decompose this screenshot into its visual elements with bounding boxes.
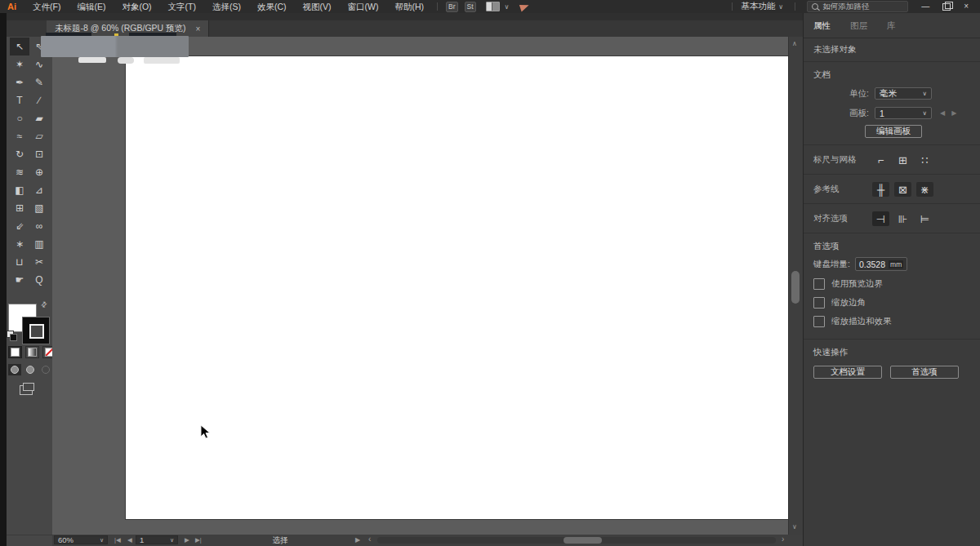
- menu-item[interactable]: 选择(S): [204, 0, 249, 13]
- snap-to-grid-icon[interactable]: ⊪: [894, 211, 911, 226]
- last-artboard-icon[interactable]: ▶|: [195, 536, 202, 544]
- curvature-tool[interactable]: ✎: [29, 73, 49, 91]
- rulers-grids-icons: ⌐⊞∷: [872, 153, 933, 167]
- shape-builder-tool[interactable]: ◧: [10, 181, 29, 199]
- lasso-tool[interactable]: ∿: [29, 55, 49, 73]
- restore-button[interactable]: [942, 3, 951, 11]
- scroll-up-icon[interactable]: ∧: [792, 40, 797, 47]
- keyboard-increment-input[interactable]: 0.3528 mm: [855, 257, 907, 271]
- menu-item[interactable]: 对象(O): [114, 0, 159, 13]
- arrange-documents-icon[interactable]: [486, 2, 500, 11]
- hand-tool[interactable]: ☛: [10, 271, 29, 289]
- lock-guides-icon[interactable]: ⊠: [894, 182, 911, 197]
- menu-item[interactable]: 编辑(E): [69, 0, 114, 13]
- next-artboard-icon[interactable]: ▶: [185, 536, 189, 544]
- pen-tool[interactable]: ✒: [10, 73, 29, 91]
- zoom-level-select[interactable]: 60% ∨: [54, 535, 108, 544]
- mesh-tool[interactable]: ⊞: [10, 199, 29, 217]
- draw-inside-button[interactable]: [39, 364, 52, 375]
- snap-to-pixel-icon[interactable]: ⊨: [916, 211, 933, 226]
- stock-button[interactable]: St: [465, 2, 476, 12]
- menu-item[interactable]: 文件(F): [24, 0, 69, 13]
- eraser-tool[interactable]: ▱: [29, 127, 49, 145]
- first-artboard-icon[interactable]: |◀: [114, 536, 121, 544]
- puppet-warp-tool[interactable]: ⊕: [29, 163, 49, 181]
- color-button[interactable]: [8, 346, 22, 358]
- panel-tab[interactable]: 图层: [850, 20, 867, 38]
- ellipse-tool[interactable]: ○: [10, 109, 29, 127]
- artboard-navigation-select[interactable]: 1 ∨: [136, 535, 178, 544]
- canvas[interactable]: [52, 37, 789, 535]
- minimize-button[interactable]: —: [921, 1, 929, 12]
- draw-behind-button[interactable]: [24, 364, 37, 375]
- perspective-grid-tool[interactable]: ⊿: [29, 181, 49, 199]
- scroll-down-icon[interactable]: ∨: [792, 523, 797, 530]
- horizontal-scrollbar[interactable]: [377, 537, 776, 544]
- watermark-fragment: [144, 57, 180, 64]
- close-button[interactable]: ×: [964, 1, 969, 12]
- units-select[interactable]: 毫米 ∨: [875, 87, 932, 100]
- status-detach-icon[interactable]: ▶: [355, 536, 360, 544]
- slice-tool[interactable]: ✂: [29, 253, 49, 271]
- close-tab-icon[interactable]: ×: [196, 24, 201, 33]
- smart-guides-icon[interactable]: ⋇: [916, 182, 933, 197]
- scroll-right-icon[interactable]: ›: [782, 535, 784, 544]
- panel-tab[interactable]: 属性: [813, 20, 831, 38]
- checkbox[interactable]: [813, 278, 825, 290]
- chevron-down-icon[interactable]: ∨: [505, 3, 510, 11]
- rulers-grids-row: 标尺与网格 ⌐⊞∷: [804, 153, 980, 167]
- grid-icon[interactable]: ⊞: [894, 153, 911, 167]
- quick-action-button[interactable]: 首选项: [890, 366, 959, 379]
- gradient-button[interactable]: [25, 346, 39, 358]
- scale-tool[interactable]: ⊡: [29, 145, 49, 163]
- checkbox[interactable]: [813, 297, 825, 309]
- artboard-pager-icons[interactable]: ◀▶: [940, 109, 963, 117]
- vertical-scroll-thumb[interactable]: [791, 271, 800, 304]
- swap-fill-stroke-icon[interactable]: ⇄: [39, 300, 49, 309]
- default-fill-stroke-icon[interactable]: [7, 331, 16, 340]
- artboard-tool[interactable]: ⊔: [10, 253, 29, 271]
- blend-tool[interactable]: ∞: [29, 217, 49, 235]
- quick-action-button[interactable]: 文档设置: [813, 366, 882, 379]
- checkbox[interactable]: [813, 316, 825, 327]
- bridge-button[interactable]: Br: [446, 2, 458, 12]
- search-input[interactable]: 如何添加路径: [807, 1, 908, 12]
- menu-item[interactable]: 文字(T): [160, 0, 204, 13]
- eyedropper-tool[interactable]: ⇙: [10, 217, 29, 235]
- show-guides-icon[interactable]: ╫: [872, 182, 889, 197]
- pixel-grid-icon[interactable]: ∷: [916, 153, 933, 167]
- zoom-tool[interactable]: Q: [29, 271, 49, 289]
- type-tool[interactable]: T: [10, 91, 29, 109]
- corner-ruler-icon[interactable]: ⌐: [872, 153, 889, 167]
- artboard-select[interactable]: 1 ∨: [875, 107, 932, 119]
- line-segment-tool[interactable]: ∕: [29, 91, 49, 109]
- column-graph-tool[interactable]: ▥: [29, 235, 49, 253]
- shaper-tool[interactable]: ≈: [10, 127, 29, 145]
- previous-artboard-icon[interactable]: ◀: [127, 536, 132, 544]
- paintbrush-tool[interactable]: ▰: [29, 109, 49, 127]
- menu-item[interactable]: 帮助(H): [387, 0, 433, 13]
- snap-to-point-icon[interactable]: ⊣: [872, 211, 889, 226]
- horizontal-scroll-thumb[interactable]: [564, 537, 602, 544]
- draw-normal-button[interactable]: [8, 364, 21, 375]
- screen-mode-icon[interactable]: [20, 385, 33, 395]
- scroll-left-icon[interactable]: ‹: [368, 535, 371, 544]
- selection-tool[interactable]: ↖: [10, 38, 29, 55]
- menu-item[interactable]: 视图(V): [295, 0, 340, 13]
- divider: [437, 2, 438, 11]
- symbol-sprayer-tool[interactable]: ∗: [10, 235, 29, 253]
- stroke-swatch[interactable]: [22, 317, 50, 344]
- menu-item[interactable]: 效果(C): [249, 0, 295, 13]
- edit-artboards-button[interactable]: 编辑画板: [865, 125, 922, 138]
- width-tool[interactable]: ≋: [10, 163, 29, 181]
- rotate-tool[interactable]: ↻: [10, 145, 29, 163]
- gradient-tool[interactable]: ▧: [29, 199, 49, 217]
- menu-item[interactable]: 窗口(W): [340, 0, 387, 13]
- share-icon[interactable]: [519, 2, 530, 11]
- chevron-down-icon: ∨: [778, 3, 783, 11]
- vertical-scrollbar[interactable]: ∧ ∨: [788, 37, 803, 535]
- panel-tab[interactable]: 库: [887, 20, 896, 38]
- workspace-switcher[interactable]: 基本功能 ∨: [737, 1, 790, 12]
- artboard[interactable]: [125, 55, 789, 520]
- magic-wand-tool[interactable]: ✶: [10, 55, 29, 73]
